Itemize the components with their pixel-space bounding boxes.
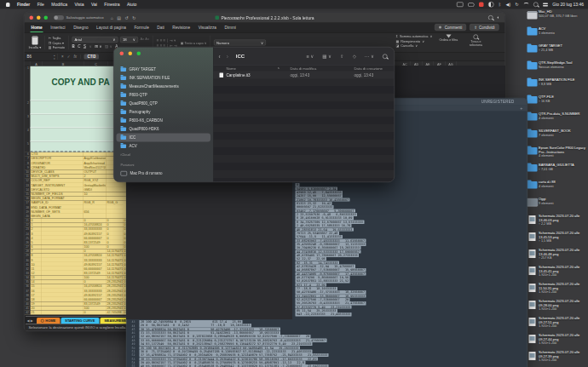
contrast-icon[interactable]: [488, 2, 494, 8]
ribbon-tab[interactable]: Visualizza: [198, 23, 217, 32]
paste-button[interactable]: Incolla ▾: [29, 36, 42, 49]
desktop-icon[interactable]: QTP-FILE ↑ 16 KB: [526, 95, 588, 112]
ribbon-tab[interactable]: Dati: [156, 23, 164, 32]
eye-icon[interactable]: [468, 3, 475, 7]
desktop-icon[interactable]: Schermata 2023-07-20 alle 09.27.44.png 1…: [526, 334, 588, 351]
more-actions-icon[interactable]: ⋯ ∨: [365, 54, 374, 60]
tag-icon[interactable]: ◇: [353, 54, 356, 60]
share-icon[interactable]: ⇧: [340, 54, 344, 60]
desktop-icon[interactable]: ACV 1 elemento: [526, 27, 588, 44]
insert-function-icon[interactable]: fx: [73, 54, 77, 59]
row-number[interactable]: 2: [25, 101, 31, 115]
sheet-tab[interactable]: HOME: [37, 318, 61, 324]
column-created[interactable]: Data di creazione: [355, 66, 383, 71]
redo-icon[interactable]: ↻: [132, 15, 135, 20]
search-icon[interactable]: [488, 15, 493, 20]
menu-modifica[interactable]: Modifica: [51, 3, 67, 8]
clear-button[interactable]: ◪ Cancella ∨: [396, 44, 433, 49]
row-number[interactable]: 1: [25, 66, 31, 101]
comments-button[interactable]: Commenti: [435, 24, 466, 31]
ribbon-tab[interactable]: Inserisci: [49, 23, 66, 32]
borders-button[interactable]: ⊞ ∨: [95, 44, 101, 49]
wifi-icon[interactable]: [523, 3, 528, 7]
clock[interactable]: Gio 20 lug 13:46: [552, 3, 584, 8]
desktop-icon[interactable]: GRAY TARGET ↑ 21,4 MB: [526, 44, 588, 61]
new-tab-button[interactable]: +: [520, 106, 522, 111]
underline-button[interactable]: S: [84, 44, 86, 49]
cut-button[interactable]: ✂ Taglia: [49, 36, 65, 40]
file-row[interactable]: Canplatine.it3 oggi, 13:43 oggi, 13:43: [214, 72, 395, 79]
ribbon-tab[interactable]: Disegno: [72, 23, 89, 32]
menu-finestra[interactable]: Finestra: [104, 3, 119, 8]
row-number[interactable]: 5: [25, 142, 31, 152]
cancel-entry-icon[interactable]: ×: [61, 54, 64, 59]
font-size-select[interactable]: 18∨: [120, 37, 138, 43]
font-family-select[interactable]: Arial∨: [72, 37, 118, 43]
sheet-tab[interactable]: STARTING CURVE: [61, 318, 99, 324]
desktop-icon[interactable]: Schermata 2023-07-20 alle 13.45.53.png ↑…: [526, 232, 588, 249]
share-smiley-icon[interactable]: ◐: [497, 15, 499, 20]
column-name[interactable]: Nome: [227, 66, 236, 71]
formula-content[interactable]: CTI3: [84, 54, 99, 60]
desktop-icon[interactable]: Schermata 2023-07-20 alle 13.45.41.png 1…: [526, 266, 588, 283]
close-button[interactable]: [120, 52, 124, 56]
bluetooth-icon[interactable]: ᛒ: [499, 3, 501, 7]
sidebar-item[interactable]: ICC: [117, 134, 211, 142]
italic-button[interactable]: C: [78, 44, 80, 49]
spotlight-icon[interactable]: [533, 3, 539, 8]
sidebar-item[interactable]: QuadP800-HDK6: [117, 125, 211, 134]
minimize-button[interactable]: [129, 52, 133, 56]
share-button[interactable]: ⇧Condividi: [470, 24, 499, 31]
notification-badge-icon[interactable]: [479, 3, 484, 8]
control-center-icon[interactable]: [543, 3, 548, 7]
desktop-icon[interactable]: BARBARA_GIULIETTA ↑ 7,01 GB: [526, 163, 588, 181]
number-format-select[interactable]: Numero∨: [214, 40, 266, 46]
fill-button[interactable]: ▦ Riempimento ∨: [396, 39, 433, 43]
row-number[interactable]: 42: [25, 311, 31, 315]
desktop-icon[interactable]: Mac_HD 500,07 GB, 370,7 GB liberi: [526, 10, 588, 27]
fill-color-button[interactable]: ▨ ∨: [105, 44, 112, 49]
ribbon-tab[interactable]: Layout di pagina: [95, 23, 127, 32]
sidebar-item[interactable]: GRAY TARGET: [117, 66, 211, 74]
list-view-icon[interactable]: ≡ ∨: [307, 54, 314, 60]
sidebar-item[interactable]: P800-K6_CARBON: [117, 117, 211, 125]
minimize-button[interactable]: [37, 15, 41, 20]
volume-icon[interactable]: ◀): [506, 3, 511, 7]
column-modified[interactable]: Data di modifica: [291, 66, 317, 71]
sidebar-item-location[interactable]: Mac Pro di romano: [117, 169, 211, 178]
close-button[interactable]: [30, 15, 34, 20]
bold-button[interactable]: B: [72, 44, 74, 49]
copy-button[interactable]: ❐ Copia ▾: [49, 41, 65, 45]
ribbon-tab[interactable]: Dimmi: [223, 23, 236, 32]
desktop-icon[interactable]: Schermata 2023-07-20 alle 13.46.03.png ↑…: [526, 215, 588, 232]
sort-filter-button[interactable]: Ordina e filtra: [437, 35, 459, 43]
back-button[interactable]: ‹: [219, 53, 221, 60]
sidebar-item[interactable]: ACV: [117, 142, 211, 151]
desktop-icon[interactable]: Oggi 9 elementi: [526, 198, 588, 215]
ribbon-tab[interactable]: Home: [31, 23, 43, 32]
desktop-icon[interactable]: Schermata 2023-07-20 alle 11.50.31.png 1…: [526, 283, 588, 300]
sidebar-item[interactable]: P800-QTP: [117, 91, 211, 100]
save-icon[interactable]: ▤: [117, 15, 121, 20]
menu-vai[interactable]: Vai: [91, 3, 97, 8]
zoom-button[interactable]: [44, 15, 49, 20]
sidebar-item[interactable]: Piezography: [117, 108, 211, 117]
zoom-button[interactable]: [137, 52, 141, 56]
sidebar-item[interactable]: INK SEPARATION FILE: [117, 74, 211, 83]
desktop-icon[interactable]: carta d.i 88 4 elementi: [526, 181, 588, 198]
wrap-text-button[interactable]: ▣ Testo a capo ∨: [181, 41, 207, 45]
sidebar-item[interactable]: MeasureChartMeasurements: [117, 83, 211, 91]
confirm-entry-icon[interactable]: ✓: [67, 54, 71, 59]
group-view-icon[interactable]: ▦ ∨: [322, 54, 331, 60]
menu-aiuto[interactable]: Aiuto: [127, 3, 136, 8]
menu-vista[interactable]: Vista: [74, 3, 84, 8]
apple-menu-icon[interactable]: [6, 3, 10, 7]
name-box[interactable]: B6▴▾: [25, 54, 59, 60]
autosum-button[interactable]: Σ Somma automatica ∨: [396, 35, 433, 39]
menu-finder[interactable]: Finder: [17, 3, 30, 8]
autosave-toggle[interactable]: [54, 15, 64, 20]
format-painter-button[interactable]: ▧ Formato: [49, 45, 65, 49]
desktop-icon[interactable]: QTR-StepWedge-Tool Nessun elemento: [526, 61, 588, 78]
desktop-icon[interactable]: Schermata 2023-07-20 alle 13.46.48.png ↑…: [526, 249, 588, 266]
desktop-icon[interactable]: Schermata 2023-07-20 alle 09.28.00.png 1…: [526, 300, 588, 317]
